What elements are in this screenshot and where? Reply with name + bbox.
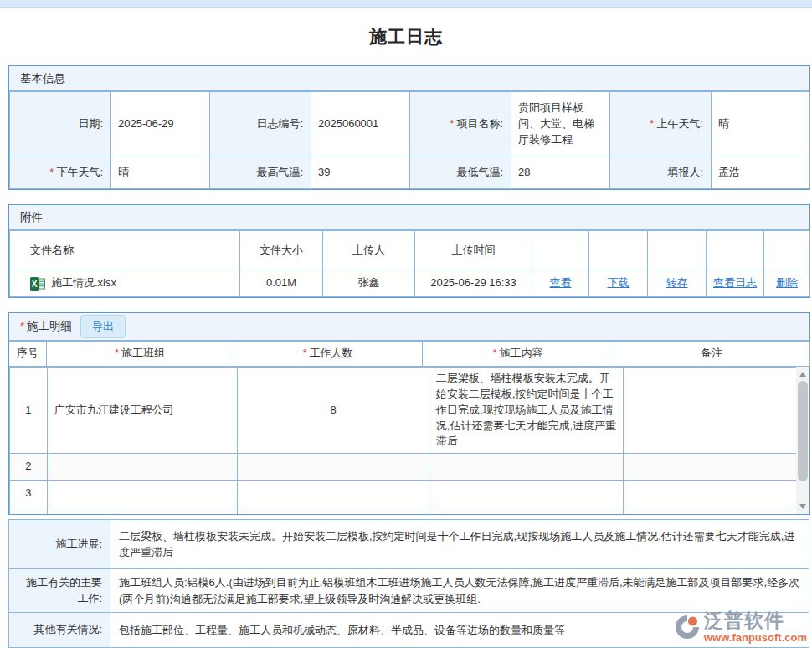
content-cell	[429, 507, 624, 514]
file-name: 施工情况.xlsx	[51, 275, 116, 291]
basic-info-title: 基本信息	[20, 71, 65, 86]
col-header-empty	[764, 231, 810, 270]
file-name-cell: X 施工情况.xlsx	[10, 270, 240, 297]
content-cell	[429, 481, 624, 507]
required-marker: *	[302, 347, 306, 359]
col-header-file-name: 文件名称	[10, 231, 240, 270]
col-header-upload-time: 上传时间	[415, 231, 532, 270]
seq-cell: 3	[10, 481, 48, 507]
required-marker: *	[650, 117, 654, 130]
col-header-remark: 备注	[614, 342, 809, 367]
required-marker: *	[49, 166, 54, 178]
detail-table-header: 序号 *施工班组 *工作人数 *施工内容 备注	[9, 341, 810, 367]
detail-row-3: 3	[10, 481, 809, 507]
svg-text:X: X	[32, 280, 38, 289]
top-accent-bar	[0, 0, 812, 8]
col-header-empty	[707, 231, 764, 270]
field-label-log-number: 日志编号:	[210, 92, 311, 157]
scroll-down-arrow-icon[interactable]	[799, 504, 806, 509]
seq-cell: 2	[10, 454, 48, 481]
workers-cell	[238, 481, 429, 507]
col-header-uploader: 上传人	[323, 231, 415, 270]
field-value-log-number: 2025060001	[311, 92, 410, 157]
col-header-empty	[589, 231, 648, 270]
attachment-row: X 施工情况.xlsx 0.01M 张鑫 2025-06-29 16:33 查看…	[10, 270, 810, 297]
field-label-max-temp: 最高气温:	[210, 157, 311, 189]
content-cell: 二层梁板、墙柱模板安装未完成。开始安装二层模板,按约定时间是十个工作日完成,现按…	[429, 368, 624, 454]
attachments-header: 附件	[9, 205, 809, 230]
main-work-row: 施工有关的主要工作: 施工班组人员:铝模6人.(由进场到目前为止,铝模班组木工班…	[9, 569, 809, 613]
detail-row-2: 2	[10, 454, 809, 481]
required-marker: *	[492, 347, 496, 359]
field-value-max-temp: 39	[311, 157, 410, 189]
field-label-project-name: *项目名称:	[410, 92, 511, 157]
detail-row-1: 1 广安市九江建设工程公司 8 二层梁板、墙柱模板安装未完成。开始安装二层模板,…	[10, 368, 809, 454]
field-value-project-name: 贵阳项目样板间、大堂、电梯厅装修工程	[511, 92, 610, 157]
detail-row-4: 4	[10, 507, 809, 514]
remark-cell	[624, 507, 809, 514]
construction-detail-section: *施工明细 导出 序号 *施工班组 *工作人数 *施工内容 备注 1 广安市九江…	[8, 312, 810, 515]
col-header-seq: 序号	[9, 342, 46, 367]
other-info-row: 其他有关情况: 包括施工部位、工程量、施工人员和机械动态、原材料、半成品、设备等…	[9, 613, 809, 648]
page-title: 施工日志	[0, 25, 812, 49]
content-cell	[429, 454, 624, 481]
other-info-label: 其他有关情况:	[9, 613, 110, 648]
workers-cell: 8	[238, 368, 429, 454]
seq-cell: 1	[10, 368, 48, 454]
team-cell	[47, 507, 238, 514]
excel-file-icon: X	[30, 276, 45, 291]
progress-value: 二层梁板、墙柱模板安装未完成。开始安装二层模板,按约定时间是十个工作日完成,现按…	[110, 520, 809, 569]
required-marker: *	[20, 320, 24, 332]
export-button[interactable]: 导出	[80, 315, 126, 338]
remark-cell	[624, 481, 809, 507]
col-header-workers: *工作人数	[234, 342, 422, 367]
construction-detail-header: *施工明细 导出	[9, 313, 809, 341]
delete-link[interactable]: 删除	[776, 276, 798, 289]
col-header-file-size: 文件大小	[240, 231, 323, 270]
seq-cell: 4	[10, 507, 48, 514]
field-label-date: 日期:	[10, 92, 111, 157]
field-label-reporter: 填报人:	[610, 157, 712, 189]
transfer-link[interactable]: 转存	[666, 276, 688, 289]
field-value-date: 2025-06-29	[111, 92, 210, 157]
required-marker: *	[115, 347, 119, 359]
workers-cell	[238, 454, 429, 481]
col-header-empty	[532, 231, 589, 270]
basic-info-table: 日期: 2025-06-29 日志编号: 2025060001 *项目名称: 贵…	[9, 91, 810, 189]
field-value-min-temp: 28	[511, 157, 610, 189]
upload-time: 2025-06-29 16:33	[415, 270, 532, 297]
field-label-min-temp: 最低气温:	[410, 157, 511, 189]
col-header-empty	[648, 231, 707, 270]
uploader: 张鑫	[323, 270, 415, 297]
required-marker: *	[450, 117, 454, 130]
field-label-afternoon-weather: *下午天气:	[10, 157, 111, 189]
summary-table: 施工进展: 二层梁板、墙柱模板安装未完成。开始安装二层模板,按约定时间是十个工作…	[8, 519, 809, 648]
field-value-afternoon-weather: 晴	[111, 157, 210, 189]
team-cell	[47, 454, 238, 481]
basic-info-section: 基本信息 日期: 2025-06-29 日志编号: 2025060001 *项目…	[8, 65, 810, 190]
construction-detail-title: *施工明细	[20, 319, 72, 334]
attachments-section: 附件 文件名称 文件大小 上传人 上传时间 X	[8, 204, 810, 298]
view-log-link[interactable]: 查看日志	[713, 276, 757, 289]
progress-label: 施工进展:	[9, 520, 110, 569]
attachments-title: 附件	[20, 210, 43, 225]
download-link[interactable]: 下载	[608, 276, 630, 289]
col-header-content: *施工内容	[422, 342, 614, 367]
scroll-up-arrow-icon[interactable]	[799, 372, 806, 377]
team-cell	[47, 481, 238, 507]
team-cell: 广安市九江建设工程公司	[47, 368, 238, 454]
main-work-label: 施工有关的主要工作:	[9, 569, 110, 613]
field-label-morning-weather: *上午天气:	[610, 92, 712, 157]
main-work-value: 施工班组人员:铝模6人.(由进场到目前为止,铝模班组木工班进场施工人员人数无法保…	[110, 569, 809, 613]
field-value-reporter: 孟浩	[712, 157, 810, 189]
detail-table: 1 广安市九江建设工程公司 8 二层梁板、墙柱模板安装未完成。开始安装二层模板,…	[9, 367, 809, 514]
col-header-team: *施工班组	[46, 342, 234, 367]
vertical-scrollbar[interactable]	[796, 367, 809, 514]
remark-cell	[624, 368, 809, 454]
scrollbar-thumb[interactable]	[798, 381, 808, 481]
attachments-table: 文件名称 文件大小 上传人 上传时间 X 施工情况.xlsx	[9, 230, 810, 297]
detail-table-body: 1 广安市九江建设工程公司 8 二层梁板、墙柱模板安装未完成。开始安装二层模板,…	[9, 367, 809, 514]
view-link[interactable]: 查看	[550, 276, 572, 289]
remark-cell	[624, 454, 809, 481]
workers-cell	[238, 507, 429, 514]
